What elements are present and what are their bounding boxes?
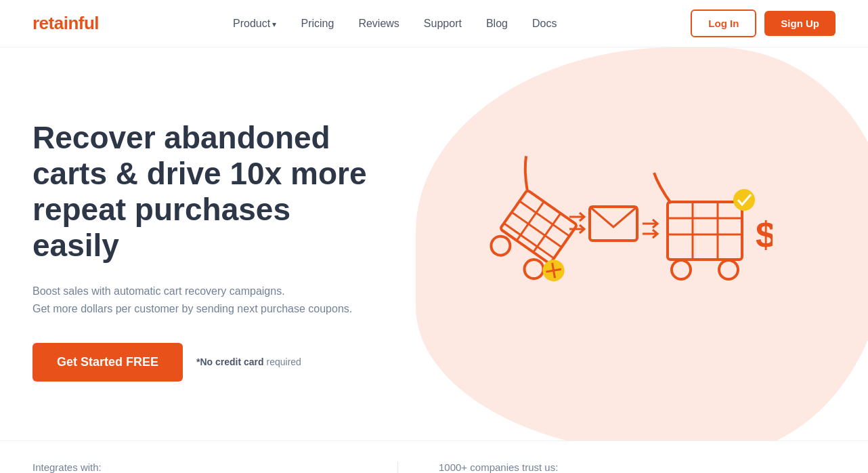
nav-item-reviews[interactable]: Reviews [358,18,399,30]
hero-subtitle: Boost sales with automatic cart recovery… [32,283,385,318]
nav-item-docs[interactable]: Docs [532,18,557,30]
nav-link-docs[interactable]: Docs [532,18,557,29]
hero-content: Recover abandoned carts & drive 10x more… [32,120,385,381]
nav-link-pricing[interactable]: Pricing [301,18,334,29]
nav-item-blog[interactable]: Blog [486,18,508,30]
signup-button[interactable]: Sign Up [764,11,836,36]
lower-section: Integrates with: Woo COMMERCE shopify [0,440,868,473]
navbar: retainful Product Pricing Reviews Suppor… [0,0,868,47]
no-credit-bold: *No credit card [196,356,264,367]
svg-point-22 [719,260,738,279]
no-credit-text: *No credit card required [196,356,301,367]
hero-section: Recover abandoned carts & drive 10x more… [0,47,868,440]
svg-point-21 [672,260,691,279]
svg-line-1 [519,201,569,236]
nav-item-support[interactable]: Support [424,18,462,30]
integrates-title: Integrates with: [32,461,370,473]
logo[interactable]: retainful [32,13,99,34]
svg-rect-0 [500,190,578,264]
trust-section: 1000+ companies trust us: BARKER ST M ME… [398,461,836,473]
svg-rect-16 [668,202,742,260]
get-started-button[interactable]: Get Started FREE [32,343,183,382]
nav-item-pricing[interactable]: Pricing [301,18,334,30]
hero-sub-line1: Boost sales with automatic cart recovery… [32,285,285,297]
login-button[interactable]: Log In [691,9,756,37]
cart-scene: $ [448,149,773,352]
logo-text-dark: retain [32,13,79,33]
svg-text:$: $ [756,214,773,255]
nav-link-blog[interactable]: Blog [486,18,508,29]
nav-link-reviews[interactable]: Reviews [358,18,399,29]
hero-svg: $ [448,149,773,352]
nav-actions: Log In Sign Up [691,9,836,37]
hero-cta-area: Get Started FREE *No credit card require… [32,343,385,382]
nav-link-product[interactable]: Product [233,18,276,29]
trust-title: 1000+ companies trust us: [439,461,836,473]
svg-line-3 [504,224,554,259]
nav-link-support[interactable]: Support [424,18,462,29]
integrates-section: Integrates with: Woo COMMERCE shopify [32,461,398,473]
hero-illustration: $ [385,88,836,413]
no-credit-rest: required [264,356,301,367]
svg-point-23 [733,189,755,211]
nav-item-product[interactable]: Product [233,18,276,30]
nav-links: Product Pricing Reviews Support Blog Doc… [233,18,557,30]
hero-title: Recover abandoned carts & drive 10x more… [32,120,385,264]
hero-sub-line2: Get more dollars per customer by sending… [32,303,352,314]
logo-text-accent: ful [79,13,99,33]
